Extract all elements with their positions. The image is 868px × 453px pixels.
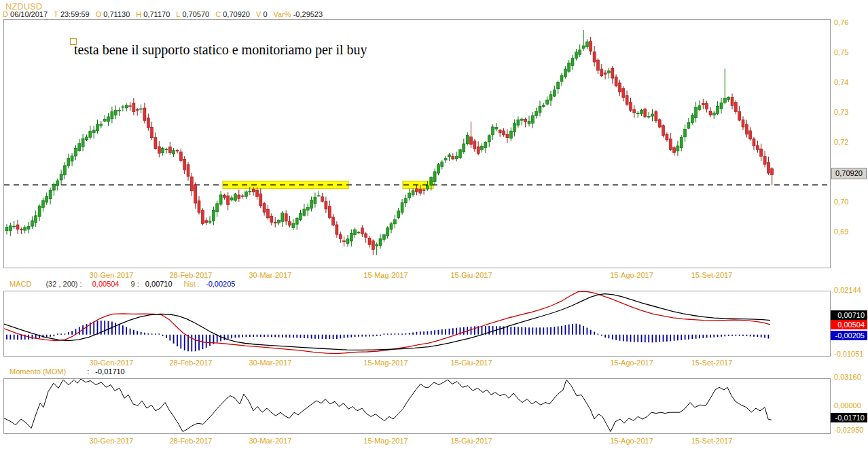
- x-axis-label: 30-Mar-2017: [242, 437, 299, 445]
- price-x-axis: 30-Gen-201728-Feb-201730-Mar-201715-Mag-…: [0, 271, 868, 279]
- macd-signal-value: 0,00710: [145, 280, 173, 288]
- ohlc-field: Var% -0,29523: [274, 10, 323, 18]
- x-axis-label: 30-Gen-2017: [83, 359, 140, 367]
- x-axis-label: 15-Mag-2017: [357, 271, 414, 279]
- momentum-x-axis: 30-Gen-201728-Feb-201730-Mar-201715-Mag-…: [0, 437, 868, 445]
- x-axis-label: 30-Mar-2017: [242, 359, 299, 367]
- momentum-sep: :: [87, 367, 89, 376]
- macd-chart[interactable]: [4, 291, 830, 356]
- momentum-chart[interactable]: [4, 379, 830, 433]
- last-price-badge: 0,70920: [831, 168, 867, 179]
- macd-hist-label: hist :: [184, 280, 200, 288]
- macd-hist-value: -0,00205: [206, 280, 235, 288]
- momentum-value: -0,01710: [95, 367, 124, 376]
- x-axis-label: 28-Feb-2017: [162, 359, 219, 367]
- y-axis-label: 0,00000: [834, 401, 867, 410]
- momentum-title: Momento (MOM): [10, 367, 66, 376]
- x-axis-label: 15-Ago-2017: [603, 437, 660, 445]
- x-axis-label: 28-Feb-2017: [162, 271, 219, 279]
- x-axis-label: 15-Giu-2017: [443, 359, 500, 367]
- ohlc-field: H 0,71170: [136, 10, 170, 18]
- y-axis-label: 0,74: [834, 78, 867, 86]
- y-axis-label: 0,75: [834, 48, 867, 56]
- macd-panel[interactable]: [3, 291, 831, 357]
- ohlc-field: L 0,70570: [176, 10, 209, 18]
- y-axis-label: -0,02950: [834, 426, 867, 434]
- y-axis-label: 0,73: [834, 108, 867, 116]
- macd-signal-label: 9 :: [131, 280, 139, 288]
- x-axis-label: 15-Set-2017: [683, 271, 740, 279]
- indicator-value-box: -0,00205: [831, 331, 867, 340]
- ohlc-field: D 06/10/2017: [3, 10, 48, 18]
- indicator-value-box: -0,01710: [831, 413, 867, 422]
- macd-value: 0,00504: [92, 280, 120, 288]
- y-axis-label: 0,02144: [834, 286, 867, 294]
- x-axis-label: 15-Mag-2017: [357, 359, 414, 367]
- indicator-value-box: 0,00504: [831, 320, 867, 329]
- x-axis-label: 15-Giu-2017: [443, 271, 500, 279]
- x-axis-label: 15-Giu-2017: [443, 437, 500, 445]
- macd-params: (32 , 200) :: [46, 280, 82, 288]
- macd-x-axis: 30-Gen-201728-Feb-201730-Mar-201715-Mag-…: [0, 359, 868, 367]
- x-axis-label: 30-Gen-2017: [83, 271, 140, 279]
- x-axis-label: 15-Set-2017: [683, 437, 740, 445]
- x-axis-label: 15-Ago-2017: [603, 359, 660, 367]
- y-axis-label: -0,01051: [834, 350, 867, 358]
- y-axis-label: 0,03160: [834, 373, 867, 381]
- momentum-panel[interactable]: [3, 378, 831, 434]
- x-axis-label: 30-Mar-2017: [242, 271, 299, 279]
- annotation-text[interactable]: testa bene il supporto statico e monitor…: [74, 42, 367, 58]
- x-axis-label: 28-Feb-2017: [162, 437, 219, 445]
- macd-title: MACD: [10, 280, 31, 288]
- ohlc-field: T 23:59:59: [54, 10, 90, 18]
- y-axis-label: 0,72: [834, 138, 867, 146]
- macd-header: MACD (32 , 200) : 0,00504 9 : 0,00710 hi…: [10, 280, 235, 288]
- x-axis-label: 15-Ago-2017: [603, 271, 660, 279]
- momentum-header: Momento (MOM) : -0,01710: [10, 367, 125, 376]
- y-axis-label: 0,69: [834, 228, 867, 236]
- ohlc-field: V 0: [256, 10, 268, 18]
- x-axis-label: 30-Gen-2017: [83, 437, 140, 445]
- x-axis-label: 15-Mag-2017: [357, 437, 414, 445]
- indicator-value-box: 0,00710: [831, 310, 867, 320]
- y-axis-label: 0,70: [834, 198, 867, 206]
- ohlc-field: C 0,70920: [215, 10, 250, 18]
- y-axis-label: 0,76: [834, 18, 867, 26]
- price-panel[interactable]: testa bene il supporto statico e monitor…: [3, 19, 831, 268]
- x-axis-label: 15-Set-2017: [683, 359, 740, 367]
- ohlc-row: D 06/10/2017T 23:59:59O 0,71130H 0,71170…: [3, 10, 329, 18]
- ohlc-field: O 0,71130: [96, 10, 130, 18]
